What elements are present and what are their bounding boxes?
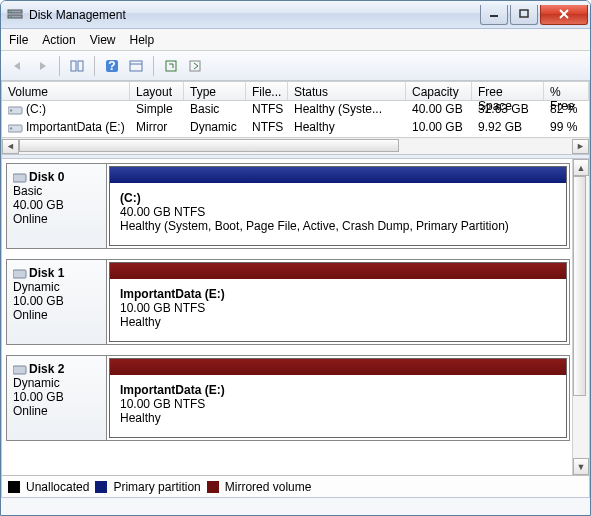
col-capacity[interactable]: Capacity [406,82,472,100]
partition-size: 10.00 GB NTFS [120,397,556,411]
disk-state: Online [13,212,100,226]
svg-point-17 [10,109,12,111]
disk-name: Disk 1 [29,266,64,280]
partition-size: 40.00 GB NTFS [120,205,556,219]
svg-rect-1 [8,15,22,18]
menu-view[interactable]: View [90,33,116,47]
disk-row[interactable]: Disk 2Dynamic10.00 GBOnlineImportantData… [6,355,570,441]
maximize-button[interactable] [510,5,538,25]
scroll-left-button[interactable]: ◄ [2,139,19,154]
volume-capacity: 10.00 GB [406,119,472,137]
separator [94,56,95,76]
col-free-space[interactable]: Free Space [472,82,544,100]
svg-rect-5 [520,10,528,17]
volume-row[interactable]: (C:)SimpleBasicNTFSHealthy (Syste...40.0… [2,101,589,119]
volume-layout: Mirror [130,119,184,137]
disk-icon [13,268,27,280]
settings-button[interactable] [125,55,147,77]
disk-kind: Dynamic [13,376,100,390]
rescan-button[interactable] [184,55,206,77]
minimize-button[interactable] [480,5,508,25]
legend-primary: Primary partition [113,480,200,494]
show-hide-button[interactable] [66,55,88,77]
col-type[interactable]: Type [184,82,246,100]
window: Disk Management File Action View Help ? … [0,0,591,516]
volume-fs: NTFS [246,101,288,119]
partition[interactable]: ImportantData (E:)10.00 GB NTFSHealthy [109,262,567,342]
col-layout[interactable]: Layout [130,82,184,100]
disk-name: Disk 0 [29,170,64,184]
partition-body: (C:)40.00 GB NTFSHealthy (System, Boot, … [110,183,566,245]
menu-file[interactable]: File [9,33,28,47]
partition[interactable]: ImportantData (E:)10.00 GB NTFSHealthy [109,358,567,438]
menu-help[interactable]: Help [130,33,155,47]
toolbar: ? [1,51,590,81]
svg-point-3 [10,15,12,17]
volume-name: ImportantData (E:) [26,120,125,134]
volume-capacity: 40.00 GB [406,101,472,119]
volume-free: 9.92 GB [472,119,544,137]
col-filesystem[interactable]: File... [246,82,288,100]
svg-text:?: ? [108,59,115,73]
disk-kind: Dynamic [13,280,100,294]
window-buttons [480,5,590,25]
disk-name: Disk 2 [29,362,64,376]
svg-rect-8 [71,61,76,71]
scroll-down-button[interactable]: ▼ [573,458,589,475]
help-button[interactable]: ? [101,55,123,77]
svg-rect-22 [13,366,26,374]
swatch-primary [95,481,107,493]
menu-action[interactable]: Action [42,33,75,47]
refresh-button[interactable] [160,55,182,77]
partition-body: ImportantData (E:)10.00 GB NTFSHealthy [110,279,566,341]
volume-row[interactable]: ImportantData (E:)MirrorDynamicNTFSHealt… [2,119,589,137]
volume-list-header: Volume Layout Type File... Status Capaci… [2,81,589,101]
col-volume[interactable]: Volume [2,82,130,100]
close-button[interactable] [540,5,588,25]
partition-status: Healthy [120,315,556,329]
disk-icon [13,364,27,376]
disk-row[interactable]: Disk 1Dynamic10.00 GBOnlineImportantData… [6,259,570,345]
drive-icon [8,122,24,134]
volume-list: (C:)SimpleBasicNTFSHealthy (Syste...40.0… [2,101,589,137]
partition-status: Healthy [120,411,556,425]
svg-rect-20 [13,174,26,182]
back-button[interactable] [7,55,29,77]
titlebar[interactable]: Disk Management [1,1,590,29]
volume-name: (C:) [26,102,46,116]
menubar: File Action View Help [1,29,590,51]
disk-size: 40.00 GB [13,198,100,212]
scroll-thumb[interactable] [19,139,399,152]
separator [153,56,154,76]
disk-info: Disk 1Dynamic10.00 GBOnline [7,260,107,344]
svg-point-19 [10,127,12,129]
partition-body: ImportantData (E:)10.00 GB NTFSHealthy [110,375,566,437]
col-pct-free[interactable]: % Free [544,82,589,100]
partition-name: ImportantData (E:) [120,383,556,397]
disk-kind: Basic [13,184,100,198]
volume-pct: 82 % [544,101,589,119]
drive-icon [8,104,24,116]
volume-pct: 99 % [544,119,589,137]
forward-button[interactable] [31,55,53,77]
volume-status: Healthy [288,119,406,137]
disk-row[interactable]: Disk 0Basic40.00 GBOnline(C:)40.00 GB NT… [6,163,570,249]
partition[interactable]: (C:)40.00 GB NTFSHealthy (System, Boot, … [109,166,567,246]
app-icon [7,7,23,23]
horizontal-scrollbar[interactable]: ◄ ► [2,137,589,154]
vertical-scrollbar[interactable]: ▲ ▼ [572,159,589,475]
partition-name: (C:) [120,191,556,205]
volume-type: Dynamic [184,119,246,137]
col-status[interactable]: Status [288,82,406,100]
separator [59,56,60,76]
partition-name: ImportantData (E:) [120,287,556,301]
svg-rect-14 [166,61,176,71]
svg-rect-12 [130,61,142,71]
scroll-up-button[interactable]: ▲ [573,159,589,176]
scroll-track[interactable] [573,176,589,458]
svg-point-2 [10,10,12,12]
scroll-thumb[interactable] [573,176,586,396]
volume-free: 32.63 GB [472,101,544,119]
scroll-track[interactable] [19,139,572,154]
scroll-right-button[interactable]: ► [572,139,589,154]
